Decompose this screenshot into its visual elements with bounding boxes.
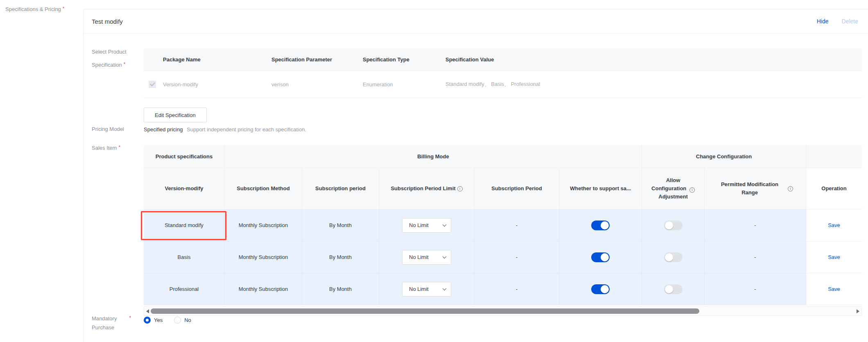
cell-allow-adjustment (642, 209, 705, 241)
adjustment-text: Adjustment (658, 194, 688, 200)
required-asterisk: * (124, 61, 126, 67)
info-icon[interactable]: i (788, 186, 793, 191)
allow-adjustment-toggle[interactable] (664, 220, 683, 230)
sales-item-table: Product specifications Billing Mode Chan… (144, 145, 862, 305)
info-icon[interactable]: i (457, 186, 463, 191)
header-spec-parameter: Specification Parameter (271, 56, 363, 63)
cell-spec-value: Standard modify、 Basis、 Professional (445, 81, 862, 88)
allow-adjustment-toggle[interactable] (664, 252, 683, 262)
scroll-left-arrow-icon[interactable] (146, 309, 149, 313)
cell-spec-name: Professional (144, 273, 225, 305)
cell-package-name: Version-modify (163, 81, 271, 88)
chevron-down-icon (443, 286, 447, 290)
checkbox-cell (144, 81, 163, 88)
cell-operation: Save (806, 241, 862, 273)
mandatory-label-line2: Purchase (92, 324, 114, 331)
scroll-right-arrow-icon[interactable] (857, 309, 859, 313)
period-limit-value: No Limit (409, 286, 429, 292)
cell-operation: Save (806, 273, 862, 305)
permitted-modification-range-text: Permitted Modification Range (717, 180, 782, 197)
toggle-knob (665, 285, 673, 293)
toggle-knob (665, 221, 673, 230)
edit-specification-button[interactable]: Edit Specification (144, 108, 207, 122)
cell-subscription-period: By Month (302, 241, 379, 273)
select-spec-label: Select Product Specification* (92, 46, 127, 71)
panel-header: Test modify Hide Delete (84, 9, 868, 34)
select-spec-label-line1: Select Product (92, 49, 127, 55)
cell-spec-name: Basis (144, 241, 225, 273)
allow-configuration-text: Allow Configuration (651, 177, 686, 191)
cell-subscription-period2: - (475, 241, 559, 273)
pricing-model-label: Pricing Model (92, 123, 124, 135)
col-header-permitted-modification-range: Permitted Modification Rangei (705, 168, 806, 209)
panel-body: Select Product Specification* Pricing Mo… (84, 34, 868, 342)
sales-row-basis: Basis Monthly Subscription By Month No L… (144, 241, 862, 273)
cell-subscription-period: By Month (302, 273, 379, 305)
radio-yes[interactable] (144, 317, 151, 324)
cell-subscription-period2: - (475, 209, 559, 241)
sales-row-standard-modify: Standard modify Monthly Subscription By … (144, 209, 862, 241)
toggle-knob (601, 253, 609, 261)
sales-table-group-header: Product specifications Billing Mode Chan… (144, 145, 862, 168)
cell-subscription-method: Monthly Subscription (225, 209, 302, 241)
cell-spec-parameter: verison (271, 81, 363, 88)
period-limit-dropdown[interactable]: No Limit (402, 218, 451, 233)
header-spec-value: Specification Value (445, 56, 862, 63)
toggle-knob (665, 253, 673, 261)
cell-period-limit: No Limit (379, 209, 475, 241)
cell-operation: Save (806, 209, 862, 241)
mandatory-purchase-options: Yes No (144, 317, 191, 324)
support-sale-toggle[interactable] (591, 220, 610, 230)
info-icon[interactable]: i (689, 187, 695, 193)
cell-period-limit: No Limit (379, 241, 475, 273)
group-header-change-configuration: Change Configuration (642, 145, 806, 168)
period-limit-dropdown[interactable]: No Limit (402, 250, 451, 265)
cell-spec-type: Enumeration (363, 81, 445, 88)
group-header-operation-spacer (806, 145, 862, 168)
save-button[interactable]: Save (828, 286, 840, 292)
support-sale-toggle[interactable] (591, 252, 610, 262)
pricing-model-line: Specified pricing Support independent pr… (144, 126, 306, 133)
cell-support-sale (559, 209, 642, 241)
pricing-model-value: Specified pricing (144, 126, 183, 133)
period-limit-value: No Limit (409, 254, 429, 260)
cell-subscription-period2: - (475, 273, 559, 305)
delete-button[interactable]: Delete (842, 18, 858, 25)
save-button[interactable]: Save (828, 254, 840, 260)
col-header-allow-configuration-adjustment: Allow Configuration i Adjustment (642, 168, 705, 209)
radio-yes-label: Yes (154, 317, 163, 323)
toggle-knob (601, 285, 609, 293)
select-spec-label-line2: Specification (92, 62, 122, 68)
col-header-subscription-method: Subscription Method (225, 168, 302, 209)
scrollbar-thumb[interactable] (151, 308, 699, 314)
group-header-product-specifications: Product specifications (144, 145, 225, 168)
save-button[interactable]: Save (828, 222, 840, 228)
cell-allow-adjustment (642, 241, 705, 273)
col-header-subscription-period2: Subscription Period (475, 168, 559, 209)
col-header-subscription-period-limit: Subscription Period Limiti (379, 168, 475, 209)
period-limit-dropdown[interactable]: No Limit (402, 282, 451, 297)
col-header-operation: Operation (806, 168, 862, 209)
section-label-text: Specifications & Pricing (5, 6, 61, 12)
pricing-model-hint: Support independent pricing for each spe… (187, 126, 306, 133)
header-package-name: Package Name (163, 56, 271, 63)
cell-subscription-period: By Month (302, 209, 379, 241)
hide-button[interactable]: Hide (817, 18, 829, 25)
support-sale-toggle[interactable] (591, 284, 610, 294)
cell-modification-range: - (705, 241, 806, 273)
mandatory-label-line1: Mandatory (92, 315, 117, 322)
cell-support-sale (559, 273, 642, 305)
radio-no[interactable] (174, 317, 181, 324)
chevron-down-icon (443, 254, 447, 259)
cell-modification-range: - (705, 273, 806, 305)
spec-row-checkbox-checked-disabled (149, 81, 156, 88)
panel-title: Test modify (92, 18, 817, 25)
cell-modification-range: - (705, 209, 806, 241)
allow-adjustment-toggle[interactable] (664, 284, 683, 294)
section-label: Specifications & Pricing* (5, 6, 65, 12)
required-asterisk: * (129, 315, 131, 321)
required-asterisk: * (118, 144, 120, 150)
toggle-knob (601, 221, 609, 230)
sales-item-label-text: Sales Item (92, 145, 117, 151)
sales-row-professional: Professional Monthly Subscription By Mon… (144, 273, 862, 305)
